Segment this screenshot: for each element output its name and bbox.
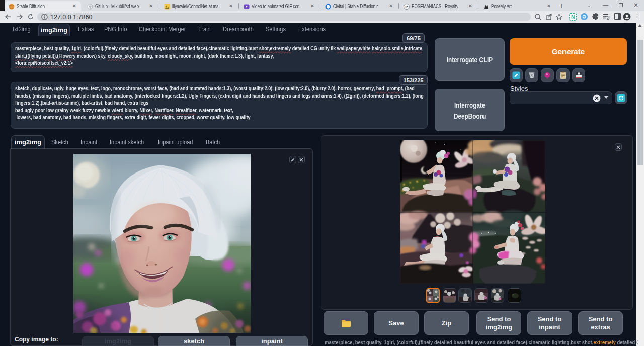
svg-text:P: P	[406, 5, 408, 9]
svg-text:N: N	[571, 14, 575, 20]
